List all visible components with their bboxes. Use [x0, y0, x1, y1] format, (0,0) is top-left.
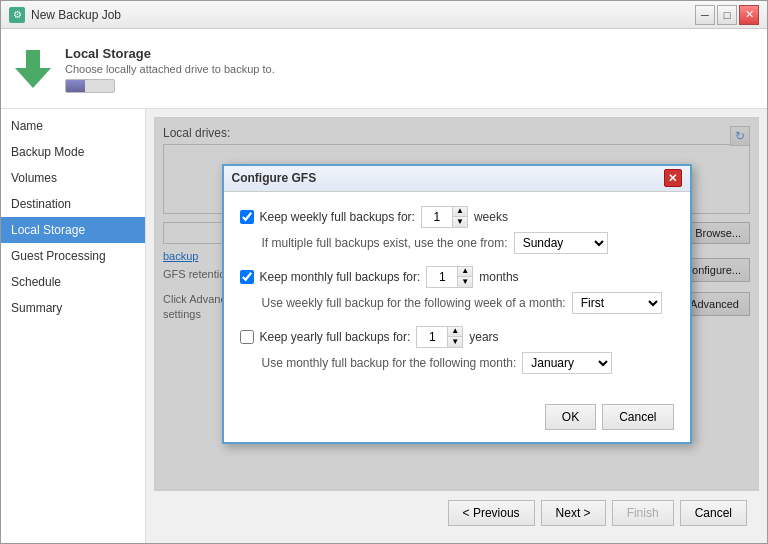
content-area: Name Backup Mode Volumes Destination Loc… [1, 109, 767, 543]
sidebar-item-destination[interactable]: Destination [1, 191, 145, 217]
yearly-spinner-input[interactable] [417, 327, 447, 347]
monthly-row-top: Keep monthly full backups for: ▲ ▼ [240, 266, 674, 288]
bottom-bar: < Previous Next > Finish Cancel [154, 490, 759, 534]
monthly-spinner-up[interactable]: ▲ [458, 267, 472, 277]
yearly-spinner-down[interactable]: ▼ [448, 337, 462, 347]
header-progress-bar [65, 79, 115, 93]
close-button[interactable]: ✕ [739, 5, 759, 25]
window-body: Local Storage Choose locally attached dr… [1, 29, 767, 543]
sidebar-item-backup-mode[interactable]: Backup Mode [1, 139, 145, 165]
weekly-spinner-down[interactable]: ▼ [453, 217, 467, 227]
monthly-spinner-buttons: ▲ ▼ [457, 267, 472, 287]
header-area: Local Storage Choose locally attached dr… [1, 29, 767, 109]
dialog-close-button[interactable]: ✕ [664, 169, 682, 187]
finish-button[interactable]: Finish [612, 500, 674, 526]
weekly-row-top: Keep weekly full backups for: ▲ ▼ [240, 206, 674, 228]
dialog-title: Configure GFS [232, 171, 317, 185]
weekly-label: Keep weekly full backups for: [260, 210, 415, 224]
yearly-row-sub: Use monthly full backup for the followin… [240, 352, 674, 374]
next-button[interactable]: Next > [541, 500, 606, 526]
yearly-sub-label: Use monthly full backup for the followin… [262, 356, 517, 370]
monthly-spinner: ▲ ▼ [426, 266, 473, 288]
maximize-button[interactable]: □ [717, 5, 737, 25]
weekly-spinner-buttons: ▲ ▼ [452, 207, 467, 227]
bottom-cancel-button[interactable]: Cancel [680, 500, 747, 526]
title-bar-left: ⚙ New Backup Job [9, 7, 121, 23]
app-icon: ⚙ [9, 7, 25, 23]
weekly-spinner: ▲ ▼ [421, 206, 468, 228]
sidebar-item-schedule[interactable]: Schedule [1, 269, 145, 295]
monthly-row-sub: Use weekly full backup for the following… [240, 292, 674, 314]
svg-marker-1 [15, 68, 51, 88]
sidebar: Name Backup Mode Volumes Destination Loc… [1, 109, 146, 543]
monthly-spinner-down[interactable]: ▼ [458, 277, 472, 287]
monthly-spinner-input[interactable] [427, 267, 457, 287]
monthly-dropdown[interactable]: First Second Third Fourth Last [572, 292, 662, 314]
yearly-unit: years [469, 330, 498, 344]
dialog-title-bar: Configure GFS ✕ [224, 166, 690, 192]
header-subtitle: Choose locally attached drive to backup … [65, 63, 275, 75]
monthly-unit: months [479, 270, 518, 284]
sidebar-item-summary[interactable]: Summary [1, 295, 145, 321]
monthly-sub-label: Use weekly full backup for the following… [262, 296, 566, 310]
panel-inner: ↻ Local drives: Browse... backup Configu… [154, 117, 759, 490]
main-window: ⚙ New Backup Job ─ □ ✕ Local Storage Cho… [0, 0, 768, 544]
minimize-button[interactable]: ─ [695, 5, 715, 25]
dialog-footer: OK Cancel [224, 396, 690, 442]
ok-button[interactable]: OK [545, 404, 596, 430]
weekly-checkbox[interactable] [240, 210, 254, 224]
header-text: Local Storage Choose locally attached dr… [65, 46, 275, 93]
sidebar-item-name[interactable]: Name [1, 113, 145, 139]
weekly-spinner-input[interactable] [422, 207, 452, 227]
yearly-spinner-buttons: ▲ ▼ [447, 327, 462, 347]
weekly-row: Keep weekly full backups for: ▲ ▼ [240, 206, 674, 254]
yearly-label: Keep yearly full backups for: [260, 330, 411, 344]
yearly-spinner-up[interactable]: ▲ [448, 327, 462, 337]
yearly-dropdown[interactable]: January February March April May June Ju… [522, 352, 612, 374]
sidebar-item-local-storage[interactable]: Local Storage [1, 217, 145, 243]
weekly-sub-label: If multiple full backups exist, use the … [262, 236, 508, 250]
window-title: New Backup Job [31, 8, 121, 22]
previous-button[interactable]: < Previous [448, 500, 535, 526]
monthly-label: Keep monthly full backups for: [260, 270, 421, 284]
monthly-row: Keep monthly full backups for: ▲ ▼ [240, 266, 674, 314]
sidebar-item-volumes[interactable]: Volumes [1, 165, 145, 191]
svg-rect-0 [26, 50, 40, 68]
weekly-dropdown[interactable]: Sunday Monday Tuesday Wednesday Thursday… [514, 232, 608, 254]
sidebar-item-guest-processing[interactable]: Guest Processing [1, 243, 145, 269]
cancel-button[interactable]: Cancel [602, 404, 673, 430]
title-bar: ⚙ New Backup Job ─ □ ✕ [1, 1, 767, 29]
main-panel: ↻ Local drives: Browse... backup Configu… [146, 109, 767, 543]
dialog-overlay: Configure GFS ✕ Keep weekly full backups… [155, 118, 758, 489]
title-controls: ─ □ ✕ [695, 5, 759, 25]
yearly-row-top: Keep yearly full backups for: ▲ ▼ [240, 326, 674, 348]
yearly-row: Keep yearly full backups for: ▲ ▼ [240, 326, 674, 374]
header-title: Local Storage [65, 46, 275, 61]
monthly-checkbox[interactable] [240, 270, 254, 284]
header-icon [13, 50, 53, 90]
yearly-spinner: ▲ ▼ [416, 326, 463, 348]
yearly-checkbox[interactable] [240, 330, 254, 344]
header-progress-fill [66, 80, 85, 92]
weekly-spinner-up[interactable]: ▲ [453, 207, 467, 217]
weekly-row-sub: If multiple full backups exist, use the … [240, 232, 674, 254]
dialog-body: Keep weekly full backups for: ▲ ▼ [224, 192, 690, 396]
weekly-unit: weeks [474, 210, 508, 224]
configure-gfs-dialog: Configure GFS ✕ Keep weekly full backups… [222, 164, 692, 444]
